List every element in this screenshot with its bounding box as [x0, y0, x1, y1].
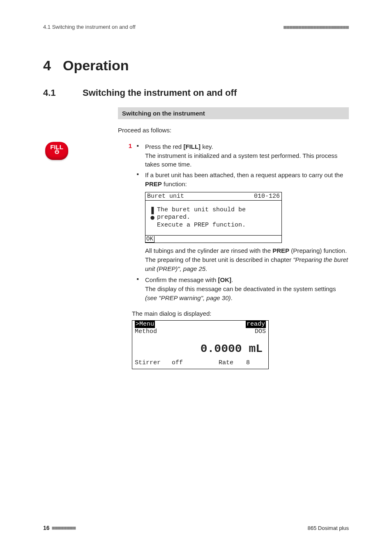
lcd-rate-value: 8 — [233, 359, 250, 366]
lcd-menu-label: >Menu — [135, 321, 155, 328]
main-dialog-intro: The main dialog is displayed: — [118, 310, 349, 317]
page-number: 16 — [43, 525, 50, 531]
intro-text: Proceed as follows: — [118, 126, 349, 135]
footer-product: 865 Dosimat plus — [308, 525, 349, 531]
lcd-dos-label: DOS — [255, 328, 266, 336]
step-1: 1 Press the red [FILL] key. The instrume… — [118, 142, 349, 304]
step1-bullet1-cont: The instrument is initialized and a syst… — [145, 151, 349, 169]
lcd-stirrer-label: Stirrer — [135, 359, 172, 366]
lcd-main-value: 0.0000 mL — [132, 336, 268, 359]
step1-after-lcd: All tubings and the cylinder are rinsed … — [136, 246, 349, 273]
step-number: 1 — [118, 142, 136, 304]
lcd-message: The buret unit should be prepared. Execu… — [157, 206, 246, 229]
page-header: 4.1 Switching the instrument on and off … — [43, 24, 349, 30]
section-title: Switching the instrument on and off — [83, 88, 237, 98]
step1-bullet2: If a buret unit has been attached, then … — [136, 171, 349, 189]
warning-icon: ❚● — [148, 206, 157, 229]
page-footer: 16 ■■■■■■■■ 865 Dosimat plus — [43, 525, 349, 531]
lcd-title: Buret unit — [147, 193, 184, 200]
section-heading: 4.1 Switching the instrument on and off — [43, 88, 349, 98]
buret-message-display: Buret unit 010-126 ❚● The buret unit sho… — [145, 192, 282, 243]
running-header-left: 4.1 Switching the instrument on and off — [43, 24, 136, 30]
step1-bullet3: Confirm the message with [OK]. The displ… — [136, 275, 349, 302]
lcd-code: 010-126 — [254, 193, 280, 200]
chapter-heading: 4Operation — [43, 58, 349, 74]
subheading-bar: Switching on the instrument — [118, 107, 349, 119]
lcd-method-label: Method — [135, 328, 157, 336]
step1-bullet3-cont: The display of this message can be deact… — [145, 284, 349, 303]
lcd-stirrer-value: off — [172, 359, 201, 366]
chapter-title: Operation — [63, 58, 129, 73]
chapter-number: 4 — [43, 58, 63, 74]
footer-ornament: ■■■■■■■■ — [52, 525, 76, 531]
lcd-rate-label: Rate — [201, 359, 233, 366]
main-dialog-display: >Menu ready Method DOS 0.0000 mL Stirrer… — [132, 320, 269, 370]
step1-bullet1: Press the red [FILL] key. The instrument… — [136, 142, 349, 169]
lcd-ready-label: ready — [246, 321, 266, 328]
lcd-ok-softkey: OK — [145, 236, 154, 243]
header-ornament: ■■■■■■■■■■■■■■■■■■■■■■ — [284, 24, 349, 30]
section-number: 4.1 — [43, 88, 83, 98]
